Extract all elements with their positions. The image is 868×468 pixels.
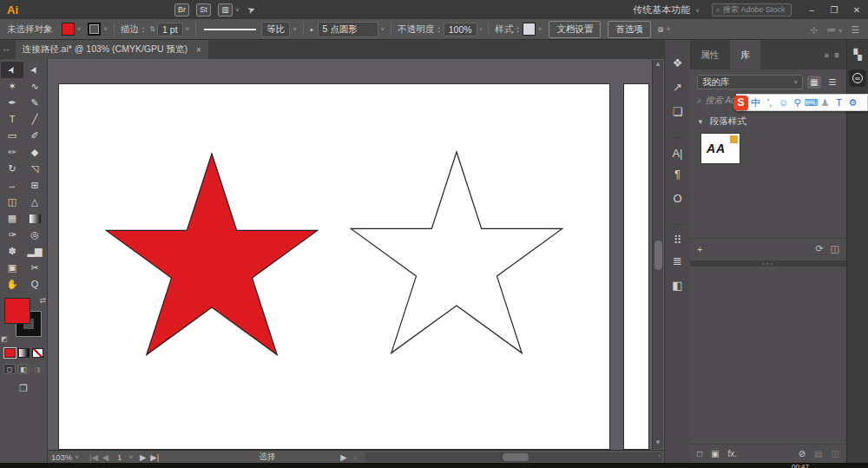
workspace-switcher[interactable]: 传统基本功能 ˅ [633,3,700,16]
paragraph-styles-section[interactable]: ▼ 段落样式 [690,110,846,131]
artboard-tool[interactable]: ▣ [1,260,23,276]
chevron-down-icon[interactable]: ˅ [667,25,671,33]
share-icon[interactable]: ➤ [238,0,264,19]
brush-definition-select[interactable]: 5 点圆形 [318,22,378,37]
fill-color-swatch[interactable] [62,23,75,36]
expand-panel-icon[interactable]: » [825,50,830,60]
artboard-number[interactable]: 1 [117,452,122,462]
snap-options-icon[interactable]: ⊹ [811,24,819,35]
selection-tool[interactable]: ➤ [1,62,23,78]
opentype-icon[interactable]: O [672,186,682,210]
isolate-icon[interactable]: ⧇ [658,23,664,35]
draw-normal-button[interactable]: ◻ [3,364,16,374]
status-back-icon[interactable]: ‹ [353,452,356,462]
zoom-level[interactable]: 103% [51,452,72,462]
library-select[interactable]: 我的库˅ [697,75,803,89]
artboard-2-partial[interactable] [623,83,649,450]
creative-cloud-icon[interactable]: cc [849,69,866,87]
last-artboard-icon[interactable]: ▶| [150,452,159,462]
red-star[interactable] [106,154,317,355]
tab-libraries[interactable]: 库 [730,40,760,69]
emoji-icon[interactable]: ☺ [777,96,790,109]
tab-properties[interactable]: 属性 [690,40,730,69]
export-icon[interactable]: ↗ [672,75,682,99]
tab-close-icon[interactable]: × [196,45,201,55]
width-profile-select[interactable]: 等比 [261,22,290,37]
transform-icon[interactable]: ⠿ [672,224,682,248]
trash-icon[interactable]: ◫ [831,243,839,254]
layers-icon[interactable]: ❖ [672,50,682,75]
lasso-tool[interactable]: ∿ [23,78,46,95]
stroke-color-swatch[interactable] [88,23,101,36]
microphone-icon[interactable]: ⚲ [791,96,804,109]
stock-button[interactable]: St [196,3,211,16]
close-button[interactable]: ✕ [845,2,868,17]
curvature-tool[interactable]: ✎ [23,95,46,111]
free-transform-tool[interactable]: ⊞ [23,177,46,194]
control-menu-icon[interactable]: ☰ [852,24,859,35]
zoom-tool[interactable]: Q [23,276,46,293]
stroke-weight-input[interactable]: 1 pt [157,23,183,36]
grid-view-icon[interactable]: ▦ [807,76,821,89]
slice-tool[interactable]: ✂ [23,260,46,276]
shape-builder-tool[interactable]: ◫ [1,194,23,210]
chevron-down-icon[interactable]: ˅ [293,25,297,33]
status-play-icon[interactable]: ▶ [340,452,346,462]
sogou-logo[interactable]: S [733,96,748,110]
screen-mode-button[interactable]: ❐ [16,383,31,394]
mesh-tool[interactable]: ▦ [1,210,23,227]
draw-behind-button[interactable]: ◧ [17,364,30,374]
chevron-down-icon[interactable]: ˅ [75,453,79,461]
wrench-icon[interactable]: ⚙ [846,96,859,109]
paragraph-style-thumbnail[interactable]: AA [700,133,740,164]
vertical-scrollbar[interactable]: ▲ ▼ [652,60,663,449]
bridge-button[interactable]: Br [174,3,189,16]
no-style-icon[interactable]: ⊘ [799,449,806,458]
scale-tool[interactable]: ◹ [23,161,46,177]
canvas-area[interactable]: ▲ ▼ [48,59,664,450]
horizontal-scroll-thumb[interactable] [503,453,529,461]
chevron-down-icon[interactable]: ˅ [381,25,385,33]
gradient-tool[interactable] [23,210,46,227]
chevron-down-icon[interactable]: ˅ [186,25,190,33]
eyedropper-tool[interactable]: ✑ [1,227,23,243]
list-view-icon[interactable]: ☰ [825,76,839,89]
color-button[interactable] [4,348,16,358]
ime-mode-chinese[interactable]: 中 [749,96,762,109]
align-icon[interactable]: ≣ [672,248,682,273]
symbol-sprayer-tool[interactable]: ✽ [1,243,23,260]
skin-shirt-icon[interactable]: T [832,96,845,109]
artboards-icon[interactable]: ❏ [672,99,682,123]
stepper-icon[interactable]: ⇅ [149,25,155,33]
chevron-down-icon[interactable]: ˅ [77,25,82,33]
chevron-down-icon[interactable]: ˅ [103,25,108,33]
document-setup-button[interactable]: 文档设置 [549,21,601,38]
delete-style-icon[interactable]: ◫ [832,449,839,458]
restore-button[interactable]: ❐ [823,2,845,17]
column-graph-tool[interactable]: ▂▆ [23,243,46,260]
pencil-tool[interactable]: ✏ [1,144,23,161]
pathfinder-icon[interactable]: ◧ [672,273,682,297]
scroll-down-icon[interactable]: ▼ [654,438,661,449]
horizontal-scrollbar[interactable]: › [365,452,662,462]
width-tool[interactable]: ↔ [1,177,23,194]
add-item-button[interactable]: + [697,244,702,254]
magic-wand-tool[interactable]: ✶ [1,78,23,95]
paragraph-icon[interactable]: ¶ [672,161,682,186]
style-swatch[interactable] [523,23,536,36]
gradient-button[interactable] [18,348,30,358]
prev-artboard-icon[interactable]: ◀ [102,452,108,462]
sync-icon[interactable]: ⟳ [815,243,823,254]
stock-search-input[interactable]: ⌕ 搜索 Adobe Stock [712,3,792,16]
scroll-up-icon[interactable]: ▲ [654,60,661,70]
blank-style-icon[interactable]: □ [697,449,702,458]
type-tool[interactable]: T [1,111,23,128]
rotate-tool[interactable]: ↻ [1,161,23,177]
opacity-input[interactable]: 100% [444,23,477,36]
fx-icon[interactable]: fx. [728,449,738,458]
perspective-grid-tool[interactable]: △ [23,194,46,210]
fill-indicator[interactable] [4,298,30,324]
panel-menu-icon[interactable]: ≡ [834,50,839,60]
direct-selection-tool[interactable]: ➤ [23,62,46,78]
next-artboard-icon[interactable]: ▶ [140,452,146,462]
